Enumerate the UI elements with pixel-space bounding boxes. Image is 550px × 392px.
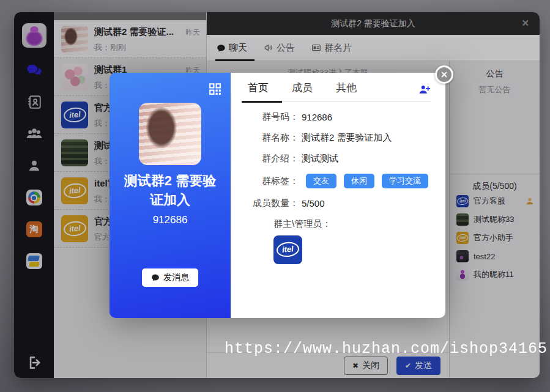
send-message-button[interactable]: 发消息 bbox=[142, 268, 198, 287]
group-tag[interactable]: 交友 bbox=[306, 174, 336, 188]
group-fields: 群号码： 912686 群名称： 测试群2 需要验证加入 群介绍： 测试测试 群… bbox=[248, 111, 431, 264]
message-bubble-icon bbox=[151, 273, 160, 282]
group-number: 912686 bbox=[110, 214, 231, 226]
group-tag[interactable]: 学习交流 bbox=[382, 174, 428, 188]
group-avatar-large bbox=[139, 103, 201, 165]
field-label: 成员数量： bbox=[248, 198, 299, 209]
owner-label: 群主\管理员： bbox=[273, 218, 431, 230]
itel-logo: itel bbox=[276, 242, 300, 259]
field-label: 群介绍： bbox=[248, 153, 299, 165]
group-detail-panel: 首页 成员 其他 群号码： 912686 群名称： 测试群2 需要验证加入 bbox=[231, 73, 445, 318]
tab-members[interactable]: 成员 bbox=[292, 81, 313, 95]
tab-other[interactable]: 其他 bbox=[336, 81, 357, 95]
tab-home[interactable]: 首页 bbox=[248, 81, 269, 95]
add-member-icon[interactable] bbox=[418, 83, 431, 96]
field-value-group-number: 912686 bbox=[302, 112, 332, 122]
field-label: 群名称： bbox=[248, 132, 299, 144]
desktop-background: 淘 测试群2 需要验证... 我：刚刚 昨天 bbox=[0, 0, 550, 392]
group-tag[interactable]: 休闲 bbox=[344, 174, 374, 188]
owner-avatar[interactable]: itel bbox=[273, 235, 302, 264]
modal-active-tab-underline bbox=[242, 101, 282, 103]
group-profile-modal: 测试群2 需要验证加入 912686 发消息 首页 成员 其他 群号码： 91 bbox=[110, 73, 445, 318]
modal-tab-bar: 首页 成员 其他 bbox=[248, 81, 431, 102]
field-label: 群标签： bbox=[248, 176, 299, 187]
field-value-member-count: 5/500 bbox=[302, 198, 325, 209]
field-label: 群号码： bbox=[248, 111, 299, 123]
close-icon: ✕ bbox=[440, 70, 448, 80]
modal-close-button[interactable]: ✕ bbox=[435, 65, 453, 84]
watermark-text: https://www.huzhan.com/ishop34165 bbox=[225, 340, 548, 358]
group-card: 测试群2 需要验证加入 912686 发消息 bbox=[110, 73, 231, 318]
group-name: 测试群2 需要验证加入 bbox=[110, 172, 231, 210]
qr-code-icon[interactable] bbox=[207, 81, 223, 97]
field-value-group-name: 测试群2 需要验证加入 bbox=[302, 132, 392, 144]
field-value-group-intro: 测试测试 bbox=[302, 153, 338, 165]
